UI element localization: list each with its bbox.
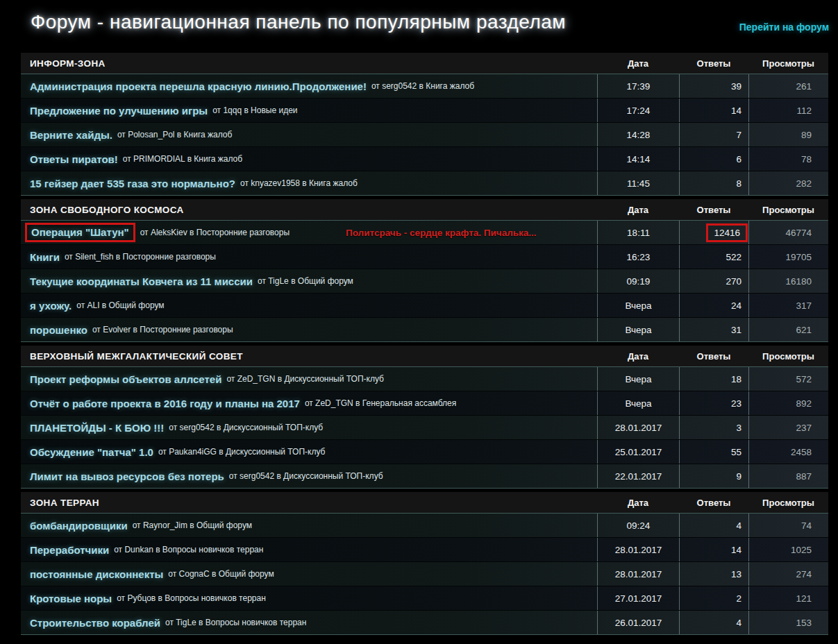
- topic-meta: от serg0542 в Дискуссионный ТОП-клуб: [229, 471, 383, 481]
- topic-meta: от Polosan_Pol в Книга жалоб: [117, 130, 233, 139]
- section-header: ИНФОРМ-ЗОНА Дата Ответы Просмотры: [21, 53, 828, 74]
- topic-title-link[interactable]: 15 гейзер дает 535 газа это нормально?: [30, 178, 235, 189]
- topic-title-cell: Операция "Шатун" от AleksKiev в Посторон…: [21, 221, 597, 244]
- topic-views: 112: [748, 99, 828, 122]
- topic-title-link[interactable]: бомбандировщики: [30, 520, 128, 532]
- section-header: ЗОНА СВОБОДНОГО КОСМОСА Дата Ответы Прос…: [21, 199, 828, 220]
- go-to-forum-link[interactable]: Перейти на форум: [739, 22, 829, 33]
- topic-views: 78: [748, 147, 828, 171]
- topic-replies: 7: [736, 130, 741, 140]
- topic-replies-cell: 14: [679, 538, 748, 561]
- topic-row[interactable]: Ответы пиратов! от PRIMORDIAL в Книга жа…: [21, 146, 828, 171]
- column-header-views: Просмотры: [748, 58, 828, 69]
- topic-replies: 13: [731, 569, 741, 579]
- topic-title-link[interactable]: Предложение по улучшению игры: [30, 105, 208, 117]
- topic-replies-cell: 14: [679, 99, 748, 122]
- topic-replies-cell: 3: [679, 416, 748, 439]
- topic-title-link[interactable]: Верните хайды.: [30, 129, 112, 141]
- topic-date: 17:24: [597, 99, 679, 122]
- topic-meta: от TigLe в Вопросы новичков терран: [165, 618, 306, 627]
- column-header-views: Просмотры: [748, 351, 828, 362]
- topic-row[interactable]: постоянные дисконнекты от CognaC в Общий…: [21, 561, 828, 586]
- topic-row[interactable]: Верните хайды. от Polosan_Pol в Книга жа…: [21, 122, 828, 146]
- topic-title-link[interactable]: Текущие координаты Ковчега из 11 миссии: [30, 276, 253, 287]
- topic-views: 237: [748, 416, 828, 439]
- topic-title-link[interactable]: Администрация проекта перешла красную ли…: [30, 80, 367, 92]
- topic-replies-cell: 4: [679, 611, 748, 634]
- topic-title-link[interactable]: Проект реформы объектов аллсетей: [30, 373, 221, 385]
- section-rows: Операция "Шатун" от AleksKiev в Посторон…: [21, 220, 828, 342]
- topic-meta: от Raynor_Jim в Общий форум: [133, 520, 252, 530]
- topic-title-link[interactable]: ПЛАНЕТОЙДЫ - К БОЮ !!!: [30, 422, 164, 434]
- topic-title-link[interactable]: Переработчики: [30, 544, 109, 556]
- topic-replies-cell: 31: [679, 318, 748, 341]
- topic-meta: от PRIMORDIAL в Книга жалоб: [123, 154, 242, 164]
- topic-replies: 3: [736, 423, 741, 433]
- topic-replies: 39: [731, 81, 741, 92]
- topic-date: Вчера: [597, 367, 679, 391]
- topic-title-link[interactable]: порошенко: [30, 324, 87, 336]
- column-header-date: Дата: [597, 351, 679, 362]
- topic-title-cell: Обсуждение "патча" 1.0 от Paukan4iGG в Д…: [21, 440, 597, 464]
- topic-replies-cell: 12416: [679, 221, 748, 244]
- topic-replies-cell: 2: [679, 586, 748, 610]
- topic-row[interactable]: Строительство кораблей от TigLe в Вопрос…: [21, 610, 828, 634]
- topic-title-link[interactable]: Строительство кораблей: [30, 617, 160, 629]
- forum-table: ИНФОРМ-ЗОНА Дата Ответы Просмотры Админи…: [21, 53, 828, 635]
- topic-date: 16:23: [597, 245, 679, 269]
- topic-date: 28.01.2017: [597, 416, 679, 439]
- topic-row[interactable]: 15 гейзер дает 535 газа это нормально? о…: [21, 171, 828, 195]
- topic-row[interactable]: Обсуждение "патча" 1.0 от Paukan4iGG в Д…: [21, 439, 828, 464]
- section-header: ЗОНА ТЕРРАН Дата Ответы Просмотры: [21, 492, 828, 513]
- topic-title-cell: Переработчики от Dunkan в Вопросы новичк…: [21, 538, 597, 561]
- topic-row[interactable]: Переработчики от Dunkan в Вопросы новичк…: [21, 537, 828, 561]
- topic-replies-cell: 18: [679, 367, 748, 391]
- topic-row[interactable]: Предложение по улучшению игры от 1qqq в …: [21, 98, 828, 122]
- topic-replies: 8: [736, 178, 741, 189]
- topic-row[interactable]: Кротовые норы от Рубцов в Вопросы новичк…: [21, 586, 828, 610]
- topic-row[interactable]: ПЛАНЕТОЙДЫ - К БОЮ !!! от serg0542 в Дис…: [21, 415, 828, 439]
- topic-meta: от ALI в Общий форум: [76, 300, 164, 310]
- topic-title-link[interactable]: Лимит на вывоз ресурсов без потерь: [30, 471, 224, 482]
- topic-title-cell: бомбандировщики от Raynor_Jim в Общий фо…: [21, 514, 597, 537]
- topic-title-link[interactable]: постоянные дисконнекты: [30, 568, 163, 580]
- topic-title-link[interactable]: Кротовые норы: [30, 593, 112, 604]
- topic-replies: 6: [736, 154, 741, 164]
- topic-row[interactable]: Текущие координаты Ковчега из 11 миссии …: [21, 269, 828, 293]
- topic-row[interactable]: Проект реформы объектов аллсетей от ZeD_…: [21, 367, 828, 391]
- topic-date: 17:39: [597, 74, 679, 98]
- column-header-replies: Ответы: [679, 58, 748, 69]
- topic-title-link[interactable]: Книги: [30, 251, 60, 263]
- topic-title-cell: Строительство кораблей от TigLe в Вопрос…: [21, 611, 597, 634]
- topic-row[interactable]: я ухожу. от ALI в Общий форум Вчера 24 3…: [21, 293, 828, 317]
- topic-views: 261: [748, 74, 828, 98]
- section-title: ЗОНА ТЕРРАН: [21, 498, 597, 508]
- column-header-date: Дата: [597, 205, 679, 215]
- topic-views: 274: [748, 562, 828, 586]
- topic-date: 14:14: [597, 147, 679, 171]
- topic-title-link[interactable]: я ухожу.: [30, 300, 72, 312]
- topic-row[interactable]: Операция "Шатун" от AleksKiev в Посторон…: [21, 221, 828, 244]
- topic-date: 26.01.2017: [597, 611, 679, 634]
- column-header-views: Просмотры: [748, 498, 828, 508]
- topic-replies-cell: 24: [679, 294, 748, 317]
- topic-row[interactable]: Книги от Silent_fish в Посторонние разго…: [21, 244, 828, 269]
- topic-title-link[interactable]: Отчёт о работе проекта в 2016 году и пла…: [30, 398, 300, 409]
- topic-date: 27.01.2017: [597, 586, 679, 610]
- topic-row[interactable]: Отчёт о работе проекта в 2016 году и пла…: [21, 391, 828, 415]
- topic-meta: от Paukan4iGG в Дискуссионный ТОП-клуб: [158, 447, 326, 457]
- topic-replies: 270: [726, 276, 741, 287]
- topic-row[interactable]: Администрация проекта перешла красную ли…: [21, 74, 828, 98]
- topic-row[interactable]: порошенко от Evolver в Посторонние разго…: [21, 317, 828, 341]
- topic-row[interactable]: бомбандировщики от Raynor_Jim в Общий фо…: [21, 514, 828, 537]
- topic-title-link[interactable]: Обсуждение "патча" 1.0: [30, 446, 153, 458]
- topic-title-link[interactable]: Операция "Шатун": [25, 223, 135, 242]
- topic-meta: от ZeD_TGN в Генеральная ассамблея: [305, 398, 456, 408]
- topic-row[interactable]: Лимит на вывоз ресурсов без потерь от se…: [21, 464, 828, 488]
- topic-title-link[interactable]: Ответы пиратов!: [30, 153, 118, 165]
- topic-title-cell: постоянные дисконнекты от CognaC в Общий…: [21, 562, 597, 586]
- topic-title-cell: Кротовые норы от Рубцов в Вопросы новичк…: [21, 586, 597, 610]
- section-title: ВЕРХОВНЫЙ МЕЖГАЛАКТИЧЕСКИЙ СОВЕТ: [21, 351, 597, 362]
- topic-views: 121: [748, 586, 828, 610]
- topic-replies-cell: 8: [679, 171, 748, 195]
